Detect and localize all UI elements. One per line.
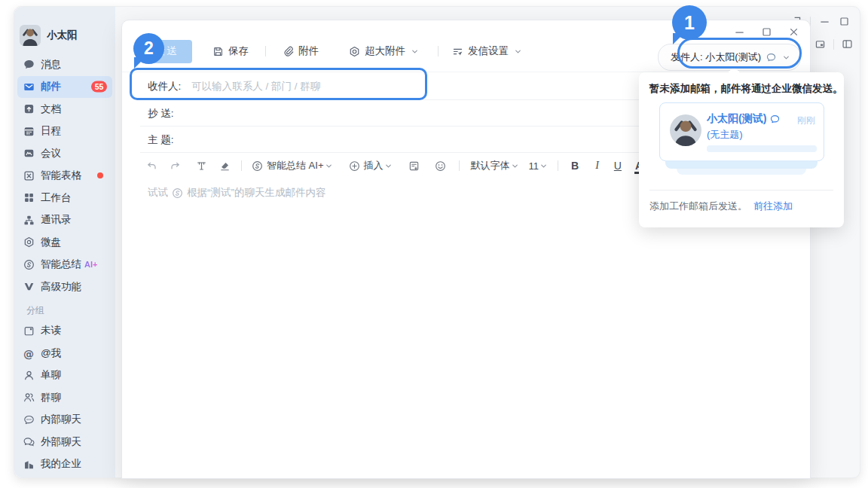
sidebar-item-group-chat[interactable]: 群聊 <box>17 386 112 409</box>
sidebar-item-messages[interactable]: 消息 <box>17 53 112 76</box>
unread-count-badge: 55 <box>91 81 107 93</box>
sidebar-item-smart-table[interactable]: 智能表格 <box>17 165 112 188</box>
chevron-down-icon <box>385 163 392 169</box>
ai-summary-icon <box>172 188 183 199</box>
maximize-icon[interactable] <box>761 26 772 38</box>
company-icon <box>23 459 35 470</box>
mini-window-icon[interactable] <box>815 38 826 50</box>
chevron-down-icon <box>326 163 332 169</box>
sidebar-item-drive[interactable]: 微盘 <box>17 231 112 254</box>
underline-button[interactable]: U <box>614 160 622 172</box>
sidebar-item-at-me[interactable]: @@我 <box>17 342 112 364</box>
sidebar-item-single-chat[interactable]: 单聊 <box>17 364 112 387</box>
ai-summary-icon <box>252 160 263 172</box>
template-icon[interactable] <box>408 160 420 172</box>
clear-format-icon[interactable] <box>219 160 231 172</box>
attachment-button[interactable]: 附件 <box>283 44 319 58</box>
divider <box>241 160 242 171</box>
format-painter-icon[interactable] <box>196 160 207 172</box>
cc-label: 抄 送: <box>148 107 174 120</box>
annotation-highlight-2 <box>130 68 427 100</box>
group-chat-icon <box>23 392 35 403</box>
sidebar-item-external-chat[interactable]: 外部聊天 <box>17 431 112 453</box>
sender-name: 小太阳(测试) <box>707 112 766 126</box>
sender-popup: 暂未添加邮箱，邮件将通过企业微信发送。 小太阳(测试) 刚刚 (无主题) 添加工… <box>639 72 844 227</box>
send-settings-button[interactable]: 发信设置 <box>452 44 521 58</box>
popup-title: 暂未添加邮箱，邮件将通过企业微信发送。 <box>649 82 843 96</box>
sidebar-item-schedule[interactable]: 日程 <box>17 120 112 143</box>
body-placeholder[interactable]: 试试 根据“测试”的聊天生成邮件内容 <box>148 186 326 200</box>
chevron-down-icon <box>540 163 547 169</box>
sidebar-user[interactable]: 小太阳 <box>20 25 115 46</box>
ai-summary-icon <box>23 259 35 270</box>
redo-icon[interactable] <box>170 160 181 172</box>
ai-summary-button[interactable]: 智能总结 AI+ <box>252 159 332 172</box>
calendar-icon <box>23 126 35 137</box>
compose-window-controls <box>734 26 799 38</box>
chevron-down-icon <box>515 48 521 55</box>
annotation-badge-2: 2 <box>133 33 164 64</box>
plus-circle-icon <box>349 160 360 172</box>
undo-icon[interactable] <box>146 160 157 172</box>
chevron-down-icon <box>512 163 518 169</box>
message-icon <box>23 59 35 70</box>
divider <box>438 46 439 56</box>
sidebar-item-contacts[interactable]: 通讯录 <box>17 209 112 232</box>
minimize-icon[interactable] <box>819 16 830 27</box>
font-family-select[interactable]: 默认字体 <box>471 159 518 172</box>
docs-icon <box>23 103 35 114</box>
large-attachment-button[interactable]: 超大附件 <box>349 44 418 58</box>
bold-button[interactable]: B <box>571 160 579 172</box>
italic-button[interactable]: I <box>595 160 599 172</box>
divider <box>459 160 460 171</box>
ai-plus-label: AI+ <box>84 260 97 269</box>
subject-label: 主 题: <box>148 133 174 147</box>
red-dot-indicator <box>97 172 103 178</box>
sidebar-item-meeting[interactable]: 会议 <box>17 142 112 165</box>
sidebar-item-mail[interactable]: 邮件55 <box>17 76 112 99</box>
mail-subject: (无主题) <box>707 128 743 142</box>
mail-preview-card[interactable]: 小太阳(测试) 刚刚 (无主题) <box>659 102 824 161</box>
sidebar-item-unread[interactable]: 未读 <box>17 320 112 343</box>
annotation-badge-1: 1 <box>672 5 707 40</box>
save-button[interactable]: 保存 <box>212 44 249 58</box>
large-attachment-icon <box>349 46 360 57</box>
single-chat-icon <box>23 370 35 381</box>
insert-button[interactable]: 插入 <box>349 159 392 172</box>
divider <box>649 190 833 191</box>
unread-icon <box>23 325 35 337</box>
minimize-icon[interactable] <box>734 26 745 38</box>
sidebar-item-my-company[interactable]: 我的企业 <box>17 453 112 476</box>
timestamp: 刚刚 <box>797 114 815 127</box>
divider <box>833 39 834 50</box>
meeting-icon <box>23 148 35 159</box>
maximize-icon[interactable] <box>839 16 850 27</box>
sidebar-item-internal-chat[interactable]: 内部聊天 <box>17 409 112 432</box>
sidebar-item-docs[interactable]: 文档 <box>17 98 112 120</box>
chevron-down-icon <box>411 48 418 55</box>
sidebar: 小太阳 消息邮件55文档日程会议智能表格工作台通讯录微盘智能总结AI+高级功能 … <box>14 7 115 477</box>
sender-avatar <box>670 114 701 146</box>
go-add-mailbox-link[interactable]: 前往添加 <box>753 200 793 213</box>
divider <box>265 46 266 56</box>
sidebar-item-ai-summary[interactable]: 智能总结AI+ <box>17 254 112 276</box>
annotation-highlight-1 <box>677 38 802 69</box>
sidebar-item-advanced[interactable]: 高级功能 <box>17 276 112 298</box>
sidebar-group-header: 分组 <box>14 302 115 320</box>
sidebar-item-workbench[interactable]: 工作台 <box>17 187 112 209</box>
mail-icon <box>23 81 35 93</box>
close-icon[interactable] <box>788 26 799 38</box>
sidebar-groups: 未读@@我单聊群聊内部聊天外部聊天我的企业 <box>14 320 115 476</box>
smart-table-icon <box>23 170 35 181</box>
layout-toggle-icon[interactable] <box>842 38 853 50</box>
chat-bubble-icon <box>769 114 781 125</box>
emoji-icon[interactable] <box>435 160 446 172</box>
card-stack-layer <box>665 160 818 169</box>
sidebar-nav: 消息邮件55文档日程会议智能表格工作台通讯录微盘智能总结AI+高级功能 <box>14 53 115 298</box>
paperclip-icon <box>283 46 294 57</box>
divider <box>558 160 558 171</box>
at-icon: @ <box>23 347 35 358</box>
external-chat-icon <box>23 436 35 447</box>
font-size-select[interactable]: 11 <box>529 160 548 172</box>
advanced-icon <box>23 281 35 292</box>
